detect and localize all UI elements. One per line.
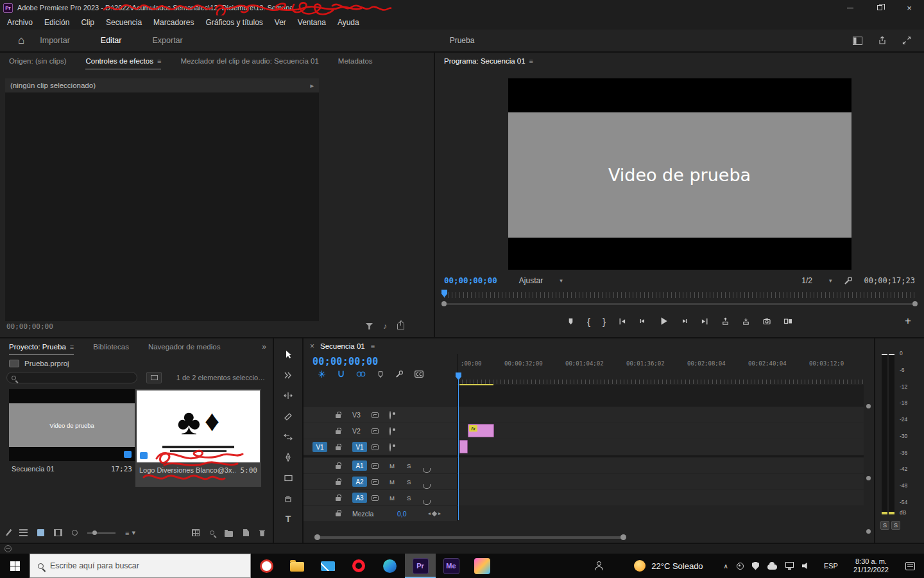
track-visibility-icon[interactable] <box>389 411 391 419</box>
workspace-tab-importar[interactable]: Importar <box>24 30 85 51</box>
track-target-v1[interactable]: V1 <box>352 442 367 452</box>
step-back-button[interactable] <box>638 317 646 325</box>
minimize-button[interactable] <box>835 0 865 15</box>
meter-solo-right-button[interactable]: S <box>891 521 900 530</box>
quick-export-icon[interactable] <box>878 36 887 45</box>
list-view-button[interactable] <box>19 529 28 536</box>
chevron-right-icon[interactable]: ▸ <box>310 82 314 90</box>
sync-lock-icon[interactable] <box>372 479 379 485</box>
fit-dropdown[interactable]: Ajustar▾ <box>519 276 563 285</box>
menu-secuencia[interactable]: Secuencia <box>100 18 148 27</box>
menu-edicion[interactable]: Edición <box>38 18 75 27</box>
export-frame-button[interactable] <box>762 317 771 326</box>
workspaces-panel-icon[interactable] <box>853 37 862 45</box>
icon-view-button[interactable] <box>37 529 44 536</box>
meter-solo-left-button[interactable]: S <box>880 521 889 530</box>
hand-tool[interactable] <box>282 493 295 504</box>
tab-navegador-medios[interactable]: Navegador de medios <box>148 338 221 355</box>
add-marker-icon[interactable] <box>377 371 384 378</box>
menu-ayuda[interactable]: Ayuda <box>332 18 365 27</box>
project-search-box[interactable] <box>6 372 137 383</box>
tab-mezclador-clip-audio[interactable]: Mezclador del clip de audio: Secuencia 0… <box>180 53 318 69</box>
timeline-horizontal-scrollbar[interactable] <box>304 534 864 541</box>
tray-onedrive-icon[interactable] <box>767 565 777 570</box>
taskbar-media-encoder[interactable]: Me <box>436 554 466 578</box>
mute-button[interactable]: M <box>389 495 407 502</box>
extract-button[interactable] <box>742 317 750 326</box>
program-scrubber[interactable] <box>435 290 924 299</box>
start-button[interactable] <box>0 554 30 578</box>
thumbnail-zoom-slider[interactable] <box>87 532 116 534</box>
export-frame-icon[interactable] <box>397 324 404 329</box>
track-visibility-icon[interactable] <box>389 427 391 435</box>
mark-out-button[interactable]: } <box>603 317 606 326</box>
action-center-button[interactable] <box>896 562 924 570</box>
playback-resolution-dropdown[interactable]: 1/2▾ <box>801 276 832 285</box>
show-hidden-icons[interactable]: ∧ <box>724 563 728 570</box>
tab-proyecto[interactable]: Proyecto: Prueba≡ <box>9 338 74 355</box>
tab-programa[interactable]: Programa: Secuencia 01≡ <box>444 53 533 69</box>
people-icon[interactable] <box>578 561 620 570</box>
project-file-row[interactable]: Prueba.prproj <box>0 355 273 367</box>
empty-track-space[interactable] <box>457 385 864 407</box>
scrollbar-right-handle[interactable] <box>912 301 918 306</box>
workspace-tab-exportar[interactable]: Exportar <box>137 30 198 51</box>
menu-ver[interactable]: Ver <box>269 18 292 27</box>
find-button[interactable] <box>210 530 214 535</box>
automate-to-sequence-button[interactable] <box>192 529 200 536</box>
track-a3-lane[interactable] <box>457 490 864 505</box>
sync-lock-icon[interactable] <box>372 412 379 418</box>
sync-lock-icon[interactable] <box>372 428 379 434</box>
app-status-icon[interactable] <box>4 545 12 552</box>
mark-in-button[interactable]: { <box>587 317 590 326</box>
slip-tool[interactable] <box>282 431 295 442</box>
menu-ventana[interactable]: Ventana <box>292 18 332 27</box>
close-tab-icon[interactable]: × <box>310 342 314 351</box>
lift-button[interactable] <box>721 317 730 326</box>
tray-record-icon[interactable] <box>737 563 744 570</box>
logo-thumbnail[interactable]: ♣ ♦ <box>137 390 260 462</box>
item-name[interactable]: Logo Diversiones Blanco@3x… <box>139 466 235 475</box>
track-v1-lane[interactable] <box>457 439 864 455</box>
lock-icon[interactable] <box>336 497 341 501</box>
go-to-in-button[interactable] <box>618 317 626 326</box>
project-search-input[interactable] <box>20 374 123 381</box>
taskbar-search[interactable] <box>30 554 251 578</box>
tab-bibliotecas[interactable]: Bibliotecas <box>93 338 129 355</box>
captions-icon[interactable] <box>415 371 424 378</box>
track-a1-lane[interactable] <box>457 458 864 473</box>
play-button[interactable] <box>658 316 669 326</box>
lock-icon[interactable] <box>336 481 341 485</box>
sort-button[interactable]: ≡▾ <box>125 529 135 537</box>
taskbar-opera[interactable] <box>343 554 374 578</box>
video-clip-v1[interactable] <box>459 440 468 453</box>
filter-funnel-icon[interactable] <box>366 323 373 329</box>
workspace-tab-editar[interactable]: Editar <box>85 30 137 51</box>
sequence-thumbnail[interactable]: Video de prueba <box>9 389 135 461</box>
menu-graficos[interactable]: Gráficos y títulos <box>200 18 268 27</box>
comparison-view-button[interactable] <box>783 317 792 326</box>
fullscreen-icon[interactable] <box>902 36 911 45</box>
panel-menu-icon[interactable]: ≡ <box>371 342 375 350</box>
snap-magnet-icon[interactable] <box>337 370 345 378</box>
scrollbar-left-handle[interactable] <box>441 301 447 306</box>
video-clip-v2[interactable]: fx <box>468 424 494 437</box>
mute-button[interactable]: M <box>389 478 407 486</box>
type-tool[interactable]: T <box>282 513 295 524</box>
taskbar-file-explorer[interactable] <box>282 554 312 578</box>
pen-tool[interactable] <box>282 451 295 462</box>
monitor-settings-wrench-icon[interactable] <box>844 276 853 285</box>
track-target-a3[interactable]: A3 <box>352 493 367 503</box>
panel-menu-icon[interactable]: ≡ <box>70 343 74 351</box>
razor-tool[interactable] <box>282 410 295 421</box>
tab-origen[interactable]: Origen: (sin clips) <box>9 53 66 69</box>
new-item-button[interactable] <box>243 529 249 536</box>
button-editor-plus-icon[interactable]: + <box>905 315 911 328</box>
taskbar-app-red-circle[interactable] <box>251 554 282 578</box>
track-target-v2[interactable]: V2 <box>352 427 361 435</box>
track-a2-lane[interactable] <box>457 474 864 489</box>
weather-widget[interactable]: 22°C Soleado <box>620 560 717 572</box>
taskbar-mail[interactable] <box>312 554 343 578</box>
selection-tool[interactable] <box>282 349 295 360</box>
menu-clip[interactable]: Clip <box>75 18 100 27</box>
